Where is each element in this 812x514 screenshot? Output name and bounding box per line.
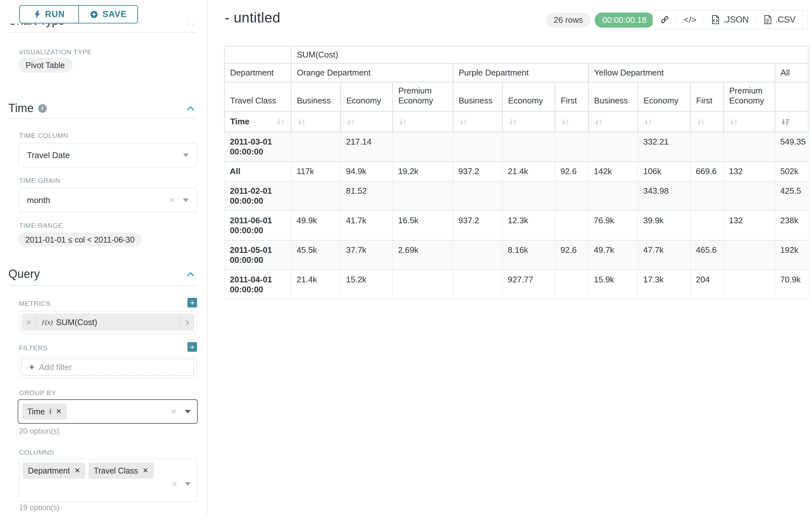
sort-icon[interactable] <box>643 117 653 127</box>
cell: 19.2k <box>393 162 453 181</box>
run-save-button-group: RUN SAVE <box>19 5 138 23</box>
cell: 927.77 <box>502 270 555 299</box>
lightning-bolt-icon <box>33 10 41 19</box>
time-collapse-chevron-icon[interactable] <box>186 104 195 114</box>
sort-header[interactable] <box>555 111 589 132</box>
columns-chip-travel-class[interactable]: Travel Class ✕ <box>89 463 153 479</box>
query-section-header: Query <box>8 267 40 281</box>
export-csv-button[interactable]: .CSV <box>756 10 803 29</box>
sort-icon[interactable] <box>297 117 307 127</box>
chip-label: Time <box>27 407 45 416</box>
sort-header[interactable] <box>724 111 775 132</box>
run-button-label: RUN <box>45 9 65 19</box>
time-axis-sort-header[interactable]: Time <box>225 111 291 132</box>
cell: 2.69k <box>393 240 453 270</box>
remove-chip-icon[interactable]: ✕ <box>143 466 148 475</box>
chart-main-area: - untitled 26 rows 00:00:00.18 </> .JSON <box>208 0 812 514</box>
col-group-yellow: Yellow Department <box>589 63 775 82</box>
cell: 117k <box>291 162 341 181</box>
sort-header[interactable] <box>691 111 724 132</box>
sort-icon[interactable] <box>508 117 518 127</box>
chevron-down-icon <box>185 410 191 413</box>
embed-code-button[interactable]: </> <box>676 10 703 29</box>
subcol-header: First <box>555 82 589 111</box>
sort-icon[interactable] <box>561 117 570 127</box>
visualization-type-value[interactable]: Pivot Table <box>18 58 72 73</box>
sort-header[interactable] <box>589 111 638 132</box>
sort-descending-icon[interactable] <box>781 117 790 127</box>
visualization-type-label: VISUALIZATION TYPE <box>19 48 92 56</box>
cell: 937.2 <box>453 211 502 240</box>
query-timer-badge: 00:00:00.18 <box>595 12 654 28</box>
sort-icon[interactable] <box>398 117 408 127</box>
clear-icon[interactable]: × <box>169 195 175 205</box>
copy-link-button[interactable] <box>653 10 676 29</box>
time-column-value: Travel Date <box>27 150 183 160</box>
run-button[interactable]: RUN <box>20 6 78 23</box>
time-range-value[interactable]: 2011-01-01 ≤ col < 2011-06-30 <box>18 233 142 247</box>
table-row: 2011-05-01 00:00:00 45.5k 37.7k 2.69k 8.… <box>225 240 809 270</box>
sort-icon[interactable] <box>276 117 286 126</box>
chevron-right-icon[interactable]: › <box>180 314 194 331</box>
remove-chip-icon[interactable]: ✕ <box>56 407 62 416</box>
chart-title[interactable]: - untitled <box>225 10 281 26</box>
metrics-label: METRICS <box>19 300 51 307</box>
col-group-all: All <box>775 63 809 82</box>
table-row: 2011-02-01 00:00:00 81.52 343.98 425.5 <box>225 181 809 211</box>
clear-icon[interactable]: × <box>171 479 177 489</box>
table-row-all: All 117k 94.9k 19.2k 937.2 21.4k 92.6 14… <box>225 162 809 181</box>
cell: 669.6 <box>691 162 724 181</box>
sort-header[interactable] <box>638 111 691 132</box>
subcol-header: Business <box>589 82 638 111</box>
column-info-icon[interactable]: i <box>50 407 51 416</box>
save-button[interactable]: SAVE <box>78 6 137 23</box>
remove-metric-icon[interactable]: × <box>22 314 36 331</box>
remove-chip-icon[interactable]: ✕ <box>75 466 80 475</box>
json-file-icon <box>711 15 720 24</box>
chevron-down-icon <box>183 198 189 202</box>
add-filter-dropzone[interactable]: + Add filter <box>22 358 194 376</box>
col-group-purple: Purple Department <box>453 63 589 82</box>
row-label: 2011-02-01 00:00:00 <box>225 181 291 211</box>
time-grain-label: TIME GRAIN <box>19 177 60 184</box>
cell: 39.9k <box>638 211 691 240</box>
sort-icon[interactable] <box>346 117 356 127</box>
sort-header[interactable] <box>453 111 502 132</box>
group-by-chip-time[interactable]: Time i ✕ <box>22 404 67 420</box>
clear-icon[interactable]: × <box>171 407 176 416</box>
cell: 16.5k <box>393 211 453 240</box>
time-column-select[interactable]: Travel Date <box>19 143 197 167</box>
add-metric-button[interactable]: + <box>187 298 197 307</box>
group-by-select[interactable]: Time i ✕ × <box>18 399 198 424</box>
cell <box>393 132 453 162</box>
info-icon[interactable]: i <box>38 104 47 113</box>
export-json-button[interactable]: .JSON <box>703 10 756 29</box>
row-label: 2011-05-01 00:00:00 <box>225 240 291 270</box>
chip-label: Department <box>28 466 70 476</box>
cell: 204 <box>691 270 724 299</box>
sort-header[interactable] <box>502 111 555 132</box>
pivot-table-container: SUM(Cost) Department Orange Department P… <box>224 46 809 299</box>
sort-header[interactable] <box>341 111 393 132</box>
sort-icon[interactable] <box>729 117 739 127</box>
function-icon: ƒ(x) <box>41 318 53 326</box>
sort-icon[interactable] <box>594 117 604 127</box>
cell: 12.3k <box>502 211 555 240</box>
cell: 502k <box>775 162 809 181</box>
cell: 49.9k <box>291 211 341 240</box>
time-grain-select[interactable]: month × <box>19 188 197 212</box>
section-divider <box>8 32 196 33</box>
columns-select[interactable]: Department ✕ Travel Class ✕ × <box>19 459 197 502</box>
sort-header-active-desc[interactable] <box>775 111 809 132</box>
query-collapse-chevron-icon[interactable] <box>186 270 195 280</box>
add-filter-plus-button[interactable]: + <box>187 342 197 352</box>
sort-header[interactable] <box>393 111 453 132</box>
cell: 17.3k <box>638 270 691 299</box>
menu-button[interactable]: ☰ <box>803 10 808 29</box>
sort-icon[interactable] <box>696 117 706 127</box>
sort-header[interactable] <box>291 111 341 132</box>
subcol-header: Premium Economy <box>724 82 775 111</box>
sort-icon[interactable] <box>459 117 468 127</box>
columns-chip-department[interactable]: Department ✕ <box>23 463 85 479</box>
metric-item[interactable]: × ƒ(x) SUM(Cost) › <box>22 314 194 331</box>
